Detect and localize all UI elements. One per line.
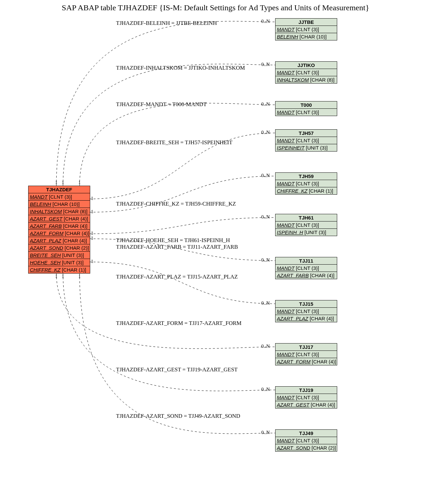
field-ispeinh_h: ISPEINH_H [UNIT (3)] — [276, 229, 337, 236]
entity-header: T000 — [276, 101, 337, 109]
field-mandt: MANDT [CLNT (3)] — [276, 69, 337, 76]
field-mandt: MANDT [CLNT (3)] — [276, 26, 337, 33]
field-azart_farb: AZART_FARB [CHAR (4)] — [29, 222, 90, 230]
relationship-label: TJHAZDEF-CHIFFRE_KZ = TJH59-CHIFFRE_KZ — [116, 201, 236, 207]
entity-tjj17: TJJ17MANDT [CLNT (3)]AZART_FORM [CHAR (4… — [275, 343, 337, 365]
field-inhaltskom: INHALTSKOM [CHAR (8)] — [29, 208, 90, 215]
field-mandt: MANDT [CLNT (3)] — [276, 221, 337, 229]
cardinality-right: 0..N — [261, 257, 270, 263]
field-azart_sond: AZART_SOND [CHAR (2)] — [29, 244, 90, 252]
field-mandt: MANDT [CLNT (3)] — [276, 180, 337, 187]
relationship-label: TJHAZDEF-HOEHE_SEH = TJH61-ISPEINH_H — [116, 237, 230, 244]
field-mandt: MANDT [CLNT (3)] — [276, 308, 337, 315]
field-inhaltskom: INHALTSKOM [CHAR (8)] — [276, 76, 337, 83]
entity-tjj19: TJJ19MANDT [CLNT (3)]AZART_GEST [CHAR (4… — [275, 386, 337, 409]
entity-header: JJTIKO — [276, 62, 337, 69]
entity-jjtiko: JJTIKOMANDT [CLNT (3)]INHALTSKOM [CHAR (… — [275, 61, 337, 84]
field-mandt: MANDT [CLNT (3)] — [276, 137, 337, 144]
cardinality-left: 1 — [62, 180, 64, 185]
field-azart_form: AZART_FORM [CHAR (4)] — [29, 230, 90, 237]
entity-tjj15: TJJ15MANDT [CLNT (3)]AZART_PLAZ [CHAR (4… — [275, 300, 337, 322]
entity-tjj11: TJJ11MANDT [CLNT (3)]AZART_FARB [CHAR (4… — [275, 257, 337, 279]
cardinality-left: 1 — [55, 180, 58, 185]
entity-header: TJJ15 — [276, 300, 337, 308]
relationship-label: TJHAZDEF-AZART_PLAZ = TJJ15-AZART_PLAZ — [116, 274, 238, 280]
cardinality-left: 1 — [91, 196, 93, 201]
field-mandt: MANDT [CLNT (3)] — [276, 394, 337, 401]
field-ispeinheit: ISPEINHEIT [UNIT (3)] — [276, 144, 337, 151]
relationship-label: TJHAZDEF-MANDT = T000-MANDT — [116, 101, 207, 108]
field-chiffre_kz: CHIFFRE_KZ [CHAR (1)] — [29, 266, 90, 273]
entity-tjh61: TJH61MANDT [CLNT (3)]ISPEINH_H [UNIT (3)… — [275, 214, 337, 236]
relationship-label: TJHAZDEF-INHALTSKOM = JJTIKO-INHALTSKOM — [116, 65, 245, 71]
cardinality-right: 0..N — [261, 19, 270, 24]
relationship-label: TJHAZDEF-BELEINH = JJTBE-BELEINH — [116, 20, 217, 27]
cardinality-right: 0..N — [261, 130, 270, 135]
entity-header: TJJ11 — [276, 257, 337, 265]
cardinality-left: 1 — [91, 235, 93, 241]
entity-header: TJH57 — [276, 130, 337, 137]
cardinality-left: 1 — [91, 209, 93, 215]
field-hoehe_seh: HOEHE_SEH [UNIT (3)] — [29, 259, 90, 266]
field-mandt: MANDT [CLNT (3)] — [276, 351, 337, 358]
field-mandt: MANDT [CLNT (3)] — [29, 193, 90, 201]
field-chiffre_kz: CHIFFRE_KZ [CHAR (1)] — [276, 187, 337, 194]
cardinality-right: 0..N — [261, 430, 270, 435]
relationship-label: TJHAZDEF-BREITE_SEH = TJH57-ISPEINHEIT — [116, 139, 232, 146]
field-azart_form: AZART_FORM [CHAR (4)] — [276, 358, 337, 365]
entity-header: TJH61 — [276, 214, 337, 221]
cardinality-right: 0..N — [261, 173, 270, 178]
entity-header: TJH59 — [276, 173, 337, 180]
field-breite_seh: BREITE_SEH [UNIT (3)] — [29, 252, 90, 259]
relationship-label: TJHAZDEF-AZART_FORM = TJJ17-AZART_FORM — [116, 320, 241, 327]
page-title: SAP ABAP table TJHAZDEF {IS-M: Default S… — [0, 3, 431, 12]
cardinality-right: 0..N — [261, 214, 270, 220]
field-mandt: MANDT [CLNT (3)] — [276, 265, 337, 272]
cardinality-right: 0..N — [261, 101, 270, 107]
field-azart_gest: AZART_GEST [CHAR (4)] — [29, 215, 90, 222]
relationship-label: TJHAZDEF-AZART_SOND = TJJ49-AZART_SOND — [116, 413, 240, 419]
cardinality-right: 0..N — [261, 62, 270, 67]
cardinality-left: 1 — [91, 259, 93, 264]
field-azart_plaz: AZART_PLAZ [CHAR (4)] — [276, 315, 337, 322]
cardinality-left: 1 — [55, 274, 58, 279]
field-azart_plaz: AZART_PLAZ [CHAR (4)] — [29, 237, 90, 244]
field-mandt: MANDT [CLNT (3)] — [276, 437, 337, 444]
cardinality-right: 0..N — [261, 300, 270, 306]
entity-t000: T000MANDT [CLNT (3)] — [275, 101, 337, 116]
field-mandt: MANDT [CLNT (3)] — [276, 109, 337, 116]
entity-header: JJTBE — [276, 19, 337, 26]
relationship-label: TJHAZDEF-AZART_FARB = TJJ11-AZART_FARB — [116, 244, 238, 250]
field-azart_sond: AZART_SOND [CHAR (2)] — [276, 444, 337, 451]
cardinality-left: 1 — [78, 274, 81, 279]
field-beleinh: BELEINH [CHAR (10)] — [276, 33, 337, 40]
entity-tjh57: TJH57MANDT [CLNT (3)]ISPEINHEIT [UNIT (3… — [275, 129, 337, 152]
field-azart_gest: AZART_GEST [CHAR (4)] — [276, 401, 337, 408]
cardinality-left: 1 — [62, 274, 64, 279]
entity-header: TJHAZDEF — [29, 186, 90, 193]
relationship-label: TJHAZDEF-AZART_GEST = TJJ19-AZART_GEST — [116, 366, 238, 373]
cardinality-right: 0..N — [261, 387, 270, 392]
cardinality-right: 0..N — [261, 344, 270, 349]
entity-header: TJJ49 — [276, 430, 337, 437]
cardinality-left: 1 — [78, 180, 81, 185]
entity-jjtbe: JJTBEMANDT [CLNT (3)]BELEINH [CHAR (10)] — [275, 18, 337, 40]
field-azart_farb: AZART_FARB [CHAR (4)] — [276, 272, 337, 279]
entity-header: TJJ17 — [276, 344, 337, 351]
entity-tjhazdef: TJHAZDEF MANDT [CLNT (3)]BELEINH [CHAR (… — [28, 186, 90, 274]
field-beleinh: BELEINH [CHAR (10)] — [29, 201, 90, 208]
entity-tjj49: TJJ49MANDT [CLNT (3)]AZART_SOND [CHAR (2… — [275, 429, 337, 452]
entity-header: TJJ19 — [276, 387, 337, 394]
entity-tjh59: TJH59MANDT [CLNT (3)]CHIFFRE_KZ [CHAR (1… — [275, 172, 337, 195]
